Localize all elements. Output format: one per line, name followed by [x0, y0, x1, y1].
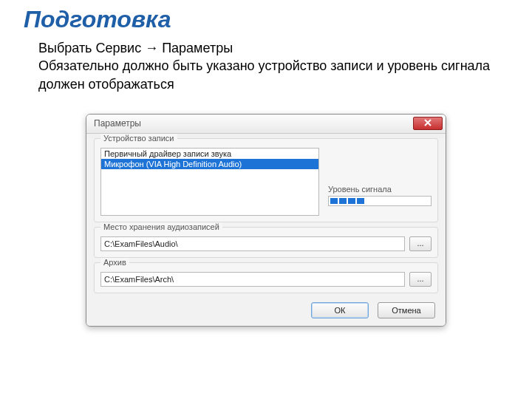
cancel-button[interactable]: Отмена — [378, 302, 435, 318]
ok-button[interactable]: ОК — [311, 302, 369, 318]
slide-instructions: Выбрать Сервис → Параметры Обязательно д… — [0, 36, 532, 93]
browse-archive-button[interactable]: ... — [409, 272, 432, 287]
dialog-titlebar[interactable]: Параметры — [86, 115, 446, 134]
device-option-primary[interactable]: Первичный драйвер записи звука — [101, 149, 318, 159]
signal-segment — [339, 198, 347, 204]
storage-path-group: Место хранения аудиозаписей ... — [94, 227, 438, 258]
slide-title: Подготовка — [0, 0, 532, 36]
signal-level-meter — [328, 196, 432, 206]
close-button[interactable] — [413, 117, 443, 130]
archive-path-input[interactable] — [100, 272, 405, 287]
dialog-title: Параметры — [94, 118, 141, 129]
device-listbox[interactable]: Первичный драйвер записи звука Микрофон … — [100, 148, 319, 216]
dialog-footer: ОК Отмена — [86, 296, 446, 326]
signal-level-label: Уровень сигнала — [328, 185, 432, 194]
device-option-microphone[interactable]: Микрофон (VIA High Definition Audio) — [101, 159, 318, 169]
signal-segment — [330, 198, 338, 204]
parameters-dialog: Параметры Устройство записи Первичный др… — [86, 114, 446, 327]
instruction-line-1: Выбрать Сервис → Параметры — [38, 39, 510, 57]
storage-path-label: Место хранения аудиозаписей — [100, 222, 222, 231]
archive-path-group: Архив ... — [94, 262, 438, 293]
signal-segment — [348, 198, 355, 204]
recording-device-label: Устройство записи — [100, 134, 177, 143]
signal-segment — [357, 198, 364, 204]
recording-device-group: Устройство записи Первичный драйвер запи… — [94, 138, 438, 222]
browse-storage-button[interactable]: ... — [409, 236, 432, 251]
archive-path-label: Архив — [100, 258, 129, 267]
close-icon — [424, 118, 432, 129]
storage-path-input[interactable] — [100, 236, 405, 251]
instruction-line-2: Обязательно должно быть указано устройст… — [38, 57, 510, 93]
